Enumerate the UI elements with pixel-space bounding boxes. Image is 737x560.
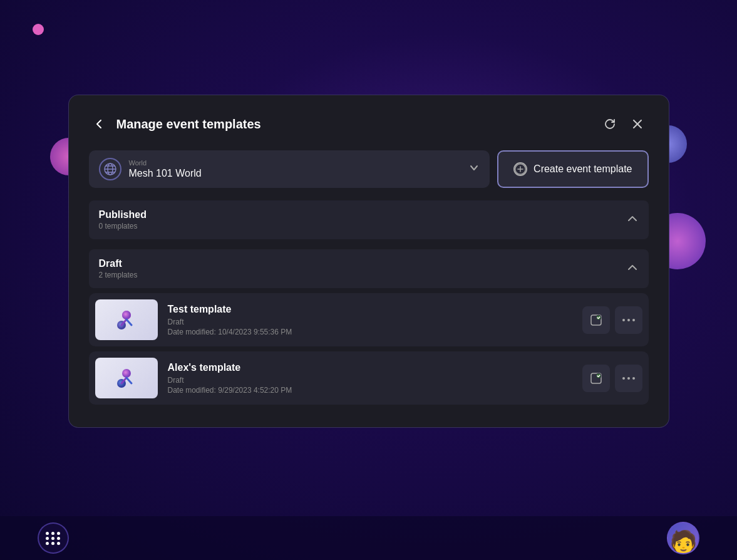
publish-button-1[interactable] xyxy=(582,306,610,334)
draft-chevron-icon xyxy=(626,261,639,277)
svg-point-16 xyxy=(627,319,630,321)
manage-templates-modal: Manage event templates xyxy=(68,95,669,428)
dot xyxy=(51,542,54,545)
user-avatar-button[interactable]: 🧑 xyxy=(667,522,699,554)
mesh-logo-2 xyxy=(108,360,145,397)
template-actions-1 xyxy=(582,306,642,334)
dot xyxy=(51,532,54,535)
refresh-button[interactable] xyxy=(599,113,621,135)
world-row: World Mesh 101 World Create event templa… xyxy=(89,150,649,188)
template-card-1: Test template Draft Date modified: 10/4/… xyxy=(89,293,649,346)
template-name-1: Test template xyxy=(168,304,572,315)
world-icon xyxy=(99,158,121,180)
svg-point-23 xyxy=(627,377,630,380)
more-button-2[interactable] xyxy=(615,365,642,392)
svg-point-15 xyxy=(622,319,625,321)
published-count: 0 templates xyxy=(99,222,147,231)
publish-icon-2 xyxy=(589,371,603,385)
more-icon-1 xyxy=(622,319,636,321)
dot xyxy=(46,532,49,535)
publish-icon-1 xyxy=(589,313,603,327)
apps-grid-icon xyxy=(46,532,61,545)
bg-blob-1 xyxy=(33,24,44,35)
refresh-icon xyxy=(604,118,616,130)
template-status-1: Draft xyxy=(168,318,572,326)
more-icon-2 xyxy=(622,377,636,380)
published-title: Published xyxy=(99,209,147,220)
template-info-1: Test template Draft Date modified: 10/4/… xyxy=(168,304,572,336)
dot xyxy=(46,542,49,545)
mesh-logo-1 xyxy=(108,301,145,339)
back-icon xyxy=(93,118,105,130)
dot xyxy=(57,532,60,535)
published-chevron-icon xyxy=(626,212,639,228)
world-label: World xyxy=(129,159,461,167)
draft-count: 2 templates xyxy=(99,271,138,279)
template-thumbnail-2 xyxy=(95,358,158,398)
dot xyxy=(57,537,60,540)
svg-point-17 xyxy=(632,319,635,321)
svg-point-11 xyxy=(122,311,131,319)
plus-circle-icon xyxy=(513,162,527,176)
avatar-icon: 🧑 xyxy=(669,529,698,554)
template-name-2: Alex's template xyxy=(168,362,572,373)
draft-chevron-up-icon xyxy=(626,261,639,274)
template-date-2: Date modified: 9/29/2023 4:52:20 PM xyxy=(168,386,572,395)
template-date-1: Date modified: 10/4/2023 9:55:36 PM xyxy=(168,328,572,336)
template-info-2: Alex's template Draft Date modified: 9/2… xyxy=(168,362,572,395)
publish-button-2[interactable] xyxy=(582,365,610,392)
template-actions-2 xyxy=(582,365,642,392)
chevron-down-icon xyxy=(468,162,480,177)
svg-point-24 xyxy=(632,377,635,380)
draft-section-header[interactable]: Draft 2 templates xyxy=(89,249,649,288)
modal-title: Manage event templates xyxy=(116,117,594,132)
globe-icon xyxy=(103,162,117,176)
svg-point-18 xyxy=(122,369,131,378)
dot xyxy=(57,542,60,545)
plus-icon xyxy=(515,162,526,176)
create-button-label: Create event template xyxy=(533,163,632,175)
more-button-1[interactable] xyxy=(615,306,642,334)
world-selector[interactable]: World Mesh 101 World xyxy=(89,150,490,188)
template-thumbnail-1 xyxy=(95,299,158,340)
close-button[interactable] xyxy=(626,113,649,135)
svg-point-22 xyxy=(622,377,625,380)
apps-button[interactable] xyxy=(38,522,69,554)
published-section-header[interactable]: Published 0 templates xyxy=(89,200,649,239)
draft-title: Draft xyxy=(99,258,138,269)
back-button[interactable] xyxy=(89,114,109,134)
published-section: Published 0 templates xyxy=(89,200,649,239)
world-name: Mesh 101 World xyxy=(129,168,461,179)
bottom-bar: 🧑 xyxy=(0,516,737,560)
close-icon xyxy=(632,119,642,129)
world-text: World Mesh 101 World xyxy=(129,159,461,179)
create-event-template-button[interactable]: Create event template xyxy=(497,150,648,188)
dropdown-chevron xyxy=(468,162,480,174)
modal-header: Manage event templates xyxy=(89,113,649,135)
template-status-2: Draft xyxy=(168,376,572,385)
draft-section: Draft 2 templates xyxy=(89,249,649,405)
published-section-text: Published 0 templates xyxy=(99,209,147,231)
template-card-2: Alex's template Draft Date modified: 9/2… xyxy=(89,351,649,405)
draft-section-text: Draft 2 templates xyxy=(99,258,138,279)
chevron-up-icon xyxy=(626,212,639,225)
dot xyxy=(51,537,54,540)
dot xyxy=(46,537,49,540)
